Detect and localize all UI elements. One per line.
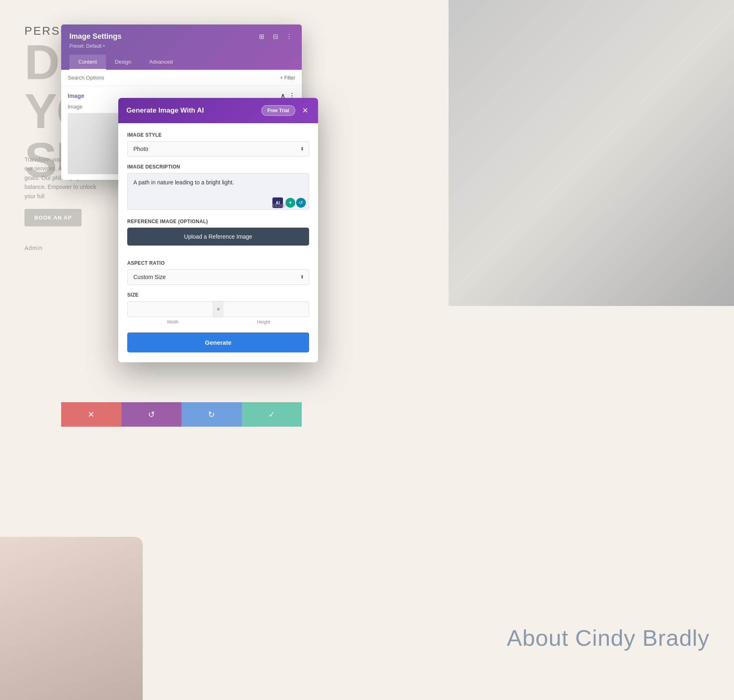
aspect-ratio-label: Aspect Ratio (127, 260, 309, 266)
size-label: Size (127, 292, 309, 298)
confirm-icon: ✓ (268, 410, 275, 419)
cancel-toolbar-button[interactable]: ✕ (61, 402, 122, 427)
upload-reference-button[interactable]: Upload a Reference Image (127, 228, 309, 246)
tab-content[interactable]: Content (69, 55, 106, 70)
panel-header-icons: ⊞ ⊟ ⋮ (257, 32, 294, 41)
columns-icon[interactable]: ⊟ (271, 32, 280, 41)
height-input[interactable]: 1200 (223, 301, 309, 317)
search-options-input[interactable] (68, 75, 280, 81)
generate-button[interactable]: Generate (127, 332, 309, 352)
undo-toolbar-button[interactable]: ↺ (122, 402, 182, 427)
char-count: 43/200 (272, 203, 285, 208)
aspect-ratio-group: Aspect Ratio Custom Size 1:1 16:9 4:3 3:… (127, 260, 309, 285)
ai-generate-modal: Generate Image With AI Free Trial ✕ Imag… (118, 98, 318, 362)
image-style-label: Image Style (127, 132, 309, 138)
panel-title: Image Settings (69, 32, 122, 41)
width-input[interactable]: 800 (127, 301, 213, 317)
aspect-ratio-select-wrapper: Custom Size 1:1 16:9 4:3 3:2 (127, 269, 309, 285)
free-trial-badge[interactable]: Free Trial (261, 105, 295, 116)
filter-button[interactable]: + Filter (280, 75, 295, 81)
redo-toolbar-button[interactable]: ↻ (181, 402, 242, 427)
aspect-ratio-select[interactable]: Custom Size 1:1 16:9 4:3 3:2 (127, 269, 309, 285)
redo-icon: ↻ (208, 410, 215, 419)
image-style-select[interactable]: Photo Illustration Painting Sketch Digit… (127, 141, 309, 157)
size-separator: × (213, 301, 223, 317)
bottom-toolbar: ✕ ↺ ↻ ✓ (61, 402, 302, 427)
size-labels: Width Height (127, 319, 309, 324)
undo-icon: ↺ (148, 410, 155, 419)
fullscreen-icon[interactable]: ⊞ (257, 32, 266, 41)
section-title: Image (68, 93, 84, 99)
bottom-left-image (0, 537, 143, 700)
ai-modal-header-right: Free Trial ✕ (261, 105, 310, 116)
width-label: Width (127, 319, 218, 324)
textarea-wrapper: A path in nature leading to a bright lig… (127, 173, 309, 211)
reference-image-group: Reference Image (Optional) Upload a Refe… (127, 219, 309, 253)
size-group: Size 800 × 1200 Width Height (127, 292, 309, 324)
panel-preset: Preset: Default • (69, 43, 294, 49)
panel-header: Image Settings ⊞ ⊟ ⋮ Preset: Default • C… (61, 24, 302, 70)
close-button[interactable]: ✕ (300, 106, 310, 115)
image-style-group: Image Style Photo Illustration Painting … (127, 132, 309, 157)
ai-modal-title: Generate Image With AI (126, 106, 204, 115)
admin-label: Admin (24, 245, 43, 251)
size-inputs: 800 × 1200 (127, 301, 309, 317)
cancel-icon: ✕ (88, 410, 95, 419)
panel-tabs: Content Design Advanced (69, 55, 294, 70)
image-style-select-wrapper: Photo Illustration Painting Sketch Digit… (127, 141, 309, 157)
magic-icons: ✦ ↺ (285, 198, 306, 208)
about-text: About Cindy Bradly (507, 625, 710, 651)
panel-header-top: Image Settings ⊞ ⊟ ⋮ (69, 32, 294, 41)
height-label: Height (218, 319, 309, 324)
tab-design[interactable]: Design (106, 55, 140, 70)
ai-modal-body: Image Style Photo Illustration Painting … (118, 123, 318, 362)
top-right-image (449, 0, 734, 306)
image-description-label: Image Description (127, 164, 309, 170)
magic-icon-2[interactable]: ↺ (296, 198, 306, 208)
book-btn[interactable]: BOOK AN AP (24, 209, 82, 226)
more-icon[interactable]: ⋮ (285, 32, 294, 41)
magic-icon-1[interactable]: ✦ (285, 198, 295, 208)
panel-search: + Filter (61, 70, 302, 86)
confirm-toolbar-button[interactable]: ✓ (242, 402, 302, 427)
reference-image-label: Reference Image (Optional) (127, 219, 309, 224)
tab-advanced[interactable]: Advanced (140, 55, 182, 70)
image-description-group: Image Description A path in nature leadi… (127, 164, 309, 211)
ai-modal-header: Generate Image With AI Free Trial ✕ (118, 98, 318, 123)
